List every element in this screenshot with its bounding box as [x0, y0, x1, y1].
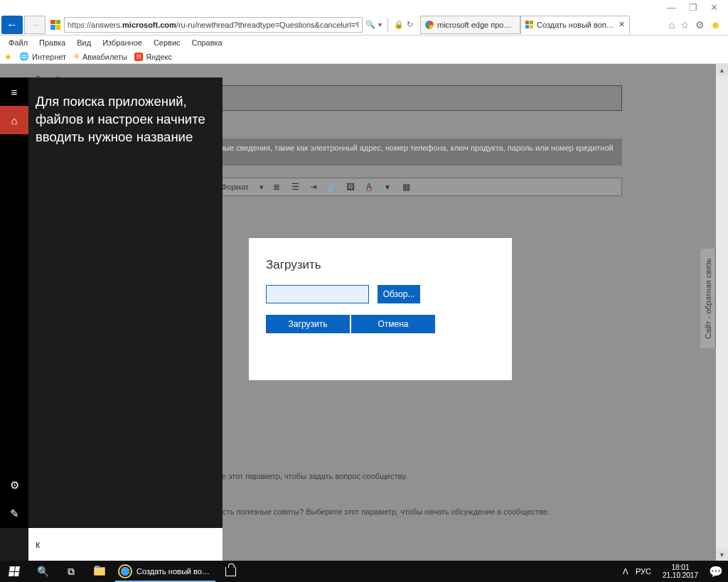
action-center-icon[interactable]: 💬 — [704, 565, 728, 578]
scroll-up-arrow[interactable]: ▲ — [716, 64, 728, 76]
tab-ms-answers[interactable]: Создать новый вопрос ил… ✕ — [520, 16, 630, 34]
plane-icon: ✈ — [73, 52, 80, 61]
tab-label: microsoft edge пропал - Пои… — [437, 21, 515, 29]
minimize-button[interactable]: — — [667, 2, 676, 13]
menu-view[interactable]: Вид — [73, 37, 95, 48]
ie-icon — [118, 564, 132, 578]
cortana-search-input[interactable] — [28, 528, 223, 561]
back-button[interactable]: ← — [1, 16, 23, 34]
home-icon[interactable]: ⌂ — [669, 19, 675, 31]
store-icon[interactable] — [217, 561, 245, 582]
file-explorer-icon[interactable] — [85, 561, 114, 582]
input-language[interactable]: РУС — [636, 567, 651, 576]
table-icon[interactable]: ▦ — [400, 181, 412, 193]
feedback-tab[interactable]: Сайт - обратная связь — [700, 249, 716, 348]
link-icon[interactable]: 🔗 — [326, 181, 338, 193]
indent-icon[interactable]: ⇥ — [308, 181, 319, 193]
google-icon — [425, 21, 434, 29]
url-path: /ru-ru/newthread?threadtype=Questions&ca… — [176, 21, 359, 29]
refresh-button[interactable]: ↻ — [407, 20, 413, 29]
more-dropdown-icon[interactable]: ▾ — [382, 181, 393, 193]
file-path-input[interactable] — [266, 285, 369, 303]
home-icon[interactable]: ⌂ — [0, 106, 28, 134]
favorites-star-icon[interactable]: ★ — [4, 52, 12, 62]
cortana-panel: ≡ ⌂ ⚙ ✎ Для поиска приложений, файлов и … — [0, 77, 223, 561]
site-favicon — [50, 19, 61, 31]
close-button[interactable]: ✕ — [710, 2, 718, 13]
settings-icon[interactable]: ⚙ — [695, 19, 705, 31]
menu-edit[interactable]: Правка — [35, 37, 70, 48]
browse-button[interactable]: Обзор... — [378, 285, 420, 303]
favorites-icon[interactable]: ☆ — [680, 19, 690, 31]
lock-icon: 🔒 — [394, 20, 404, 29]
scroll-down-arrow[interactable]: ▼ — [716, 549, 728, 561]
browser-menu-bar: Файл Правка Вид Избранное Сервис Справка — [0, 36, 728, 50]
cortana-search-wrapper — [28, 528, 223, 561]
menu-file[interactable]: Файл — [4, 37, 32, 48]
upload-button[interactable]: Загрузить — [266, 315, 350, 333]
address-controls: 🔍 ▾ 🔒 ↻ — [365, 18, 413, 31]
cortana-hint-text: Для поиска приложений, файлов и настроек… — [36, 93, 213, 146]
menu-help[interactable]: Справка — [188, 37, 227, 48]
bookmark-label: Авиабилеты — [82, 53, 127, 61]
format-label: Формат — [221, 183, 249, 191]
format-dropdown[interactable]: Формат▾ — [221, 183, 264, 192]
bookmark-internet[interactable]: 🌐 Интернет — [19, 52, 66, 61]
bookmark-label: Яндекс — [146, 53, 172, 61]
system-tray: ᐱ РУС 18:01 21.10.2017 💬 — [617, 561, 728, 582]
url-sub: answers. — [91, 21, 122, 29]
search-icon[interactable]: 🔍 — [365, 20, 375, 29]
url-protocol: https:// — [68, 21, 91, 29]
window-controls: — ❐ ✕ — [667, 0, 728, 14]
bookmarks-bar: ★ 🌐 Интернет ✈ Авиабилеты Я Яндекс — [0, 50, 728, 64]
bulleted-list-icon[interactable]: ≣ — [271, 181, 282, 193]
taskbar-app-label: Создать новый во… — [136, 567, 210, 576]
tab-close-button[interactable]: ✕ — [619, 20, 625, 29]
start-button[interactable] — [0, 561, 28, 582]
taskbar-app-ie[interactable]: Создать новый во… — [114, 561, 217, 582]
clock-date: 21.10.2017 — [663, 571, 698, 579]
maximize-button[interactable]: ❐ — [689, 2, 697, 13]
menu-tools[interactable]: Сервис — [149, 37, 185, 48]
bookmark-label: Интернет — [32, 53, 66, 61]
font-color-icon[interactable]: A — [363, 181, 375, 193]
globe-icon: 🌐 — [19, 52, 29, 61]
microsoft-icon — [525, 21, 533, 28]
yandex-icon: Я — [134, 53, 143, 61]
bookmark-flights[interactable]: ✈ Авиабилеты — [73, 52, 127, 61]
cancel-button[interactable]: Отмена — [351, 315, 435, 333]
dialog-title: Загрузить — [266, 258, 495, 272]
feedback-icon[interactable]: ✎ — [0, 500, 28, 528]
bookmark-yandex[interactable]: Я Яндекс — [134, 53, 172, 61]
task-view-icon[interactable]: ⧉ — [57, 561, 85, 582]
tab-label: Создать новый вопрос ил… — [537, 21, 615, 29]
browser-nav-bar: ← → https:// answers. microsoft.com /ru-… — [0, 14, 728, 36]
forward-button[interactable]: → — [24, 16, 46, 34]
numbered-list-icon[interactable]: ☰ — [289, 181, 301, 193]
hamburger-icon[interactable]: ≡ — [0, 77, 28, 106]
tray-overflow-icon[interactable]: ᐱ — [623, 567, 628, 576]
taskbar-search-icon[interactable]: 🔍 — [28, 561, 57, 582]
image-icon[interactable]: 🖼 — [345, 181, 356, 193]
gear-icon[interactable]: ⚙ — [0, 471, 28, 500]
taskbar: 🔍 ⧉ Создать новый во… ᐱ РУС 18:01 21.10.… — [0, 561, 728, 582]
clock[interactable]: 18:01 21.10.2017 — [657, 564, 704, 579]
tab-strip: microsoft edge пропал - Пои… Создать нов… — [420, 16, 630, 34]
menu-favorites[interactable]: Избранное — [98, 37, 146, 48]
upload-dialog: Загрузить Обзор... Загрузить Отмена — [249, 238, 512, 380]
address-bar[interactable]: https:// answers. microsoft.com /ru-ru/n… — [64, 17, 363, 33]
smiley-icon[interactable]: ☻ — [710, 19, 721, 31]
browser-right-icons: ⌂ ☆ ⚙ ☻ — [669, 19, 728, 31]
cortana-sidebar: ≡ ⌂ ⚙ ✎ — [0, 77, 28, 528]
clock-time: 18:01 — [671, 564, 689, 571]
tab-google-search[interactable]: microsoft edge пропал - Пои… — [420, 16, 520, 34]
page-scrollbar[interactable]: ▲ ▼ — [716, 64, 728, 561]
url-host: microsoft.com — [122, 21, 176, 29]
